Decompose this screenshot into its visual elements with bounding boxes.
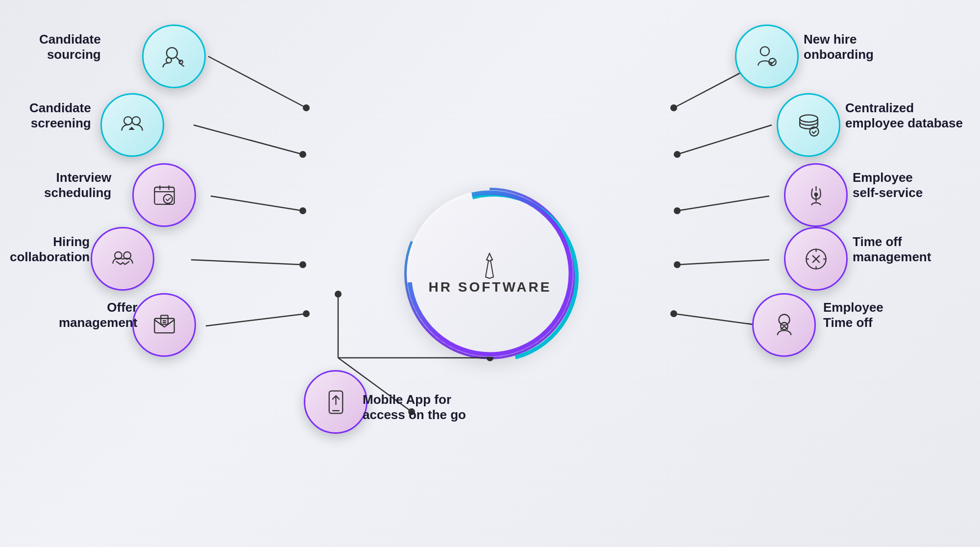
svg-point-33 (166, 57, 172, 63)
label-interview-scheduling: Interviewscheduling (44, 170, 111, 200)
svg-point-56 (814, 193, 817, 196)
svg-point-18 (674, 261, 681, 268)
satellite-new-hire-onboarding (735, 25, 799, 88)
svg-point-35 (132, 117, 140, 125)
svg-point-34 (124, 117, 132, 125)
svg-point-54 (800, 115, 818, 122)
satellite-candidate-screening (100, 93, 164, 157)
svg-point-64 (779, 314, 789, 325)
svg-point-22 (335, 291, 342, 298)
svg-line-17 (677, 260, 769, 265)
svg-point-52 (760, 47, 769, 55)
svg-line-3 (194, 125, 303, 154)
satellite-mobile-app (304, 370, 368, 434)
svg-point-2 (303, 104, 310, 111)
center-circle: HR SOFTWARE (407, 190, 573, 357)
satellite-offer-management (132, 293, 196, 357)
svg-line-9 (206, 314, 306, 326)
label-candidate-screening: Candidatescreening (29, 100, 91, 131)
svg-line-5 (211, 196, 303, 211)
svg-point-40 (163, 194, 172, 203)
label-time-off-management: Time offmanagement (853, 234, 931, 265)
svg-line-19 (674, 314, 764, 326)
satellite-interview-scheduling (132, 163, 196, 227)
svg-line-30 (176, 57, 181, 62)
svg-point-6 (299, 207, 306, 214)
svg-point-10 (303, 310, 310, 317)
satellite-time-off-management (784, 227, 848, 291)
svg-point-14 (674, 151, 681, 158)
label-offer-management: Offermanagement (59, 300, 137, 330)
svg-line-7 (191, 260, 303, 265)
label-candidate-sourcing: Candidatesourcing (39, 32, 101, 62)
svg-point-12 (670, 104, 677, 111)
svg-point-8 (299, 261, 306, 268)
svg-point-16 (674, 207, 681, 214)
label-employee-self-service: Employeeself-service (853, 170, 923, 200)
diagram-container: HR SOFTWARE Candidatesourcing Candidates… (0, 0, 980, 547)
svg-line-15 (677, 196, 769, 211)
center-label: HR SOFTWARE (429, 279, 552, 295)
svg-line-13 (677, 125, 772, 154)
satellite-employee-time-off (752, 293, 816, 357)
satellite-employee-self-service (784, 163, 848, 227)
svg-point-29 (166, 48, 177, 58)
svg-line-43 (116, 261, 120, 264)
svg-line-44 (125, 261, 129, 264)
label-centralized-db: Centralizedemployee database (845, 100, 963, 131)
tie-icon (479, 252, 501, 279)
svg-point-20 (670, 310, 677, 317)
satellite-candidate-sourcing (142, 25, 206, 88)
satellite-hiring-collaboration (91, 227, 154, 291)
label-new-hire-onboarding: New hireonboarding (804, 32, 874, 62)
svg-line-1 (208, 56, 306, 108)
label-hiring-collaboration: Hiringcollaboration (10, 234, 90, 265)
svg-point-4 (299, 151, 306, 158)
satellite-centralized-db (777, 93, 840, 157)
label-mobile-app: Mobile App foraccess on the go (363, 392, 466, 423)
label-employee-time-off: EmployeeTime off (823, 300, 883, 330)
